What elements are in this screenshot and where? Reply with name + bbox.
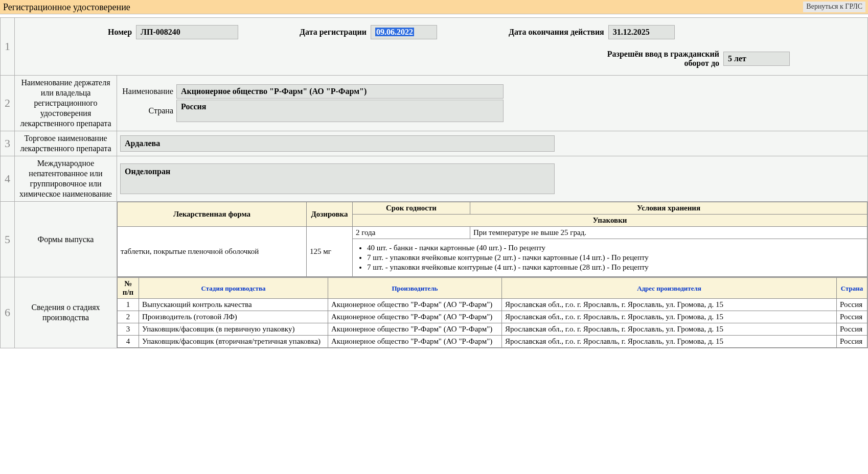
row1-content: Номер ЛП-008240 Дата регистрации 09.06.2… [15, 18, 868, 76]
col-stage[interactable]: Стадия производства [139, 278, 328, 299]
row4-content: Онделопран [117, 156, 868, 202]
shelf-value: 2 года [353, 227, 470, 239]
col-dose: Дозировка [307, 202, 353, 227]
row4-section-label: Международное непатентованное или группи… [15, 156, 117, 202]
col-num: № п/п [118, 278, 139, 299]
page-title: Регистрационное удостоверение [3, 1, 130, 13]
col-form: Лекарственная форма [118, 202, 307, 227]
stage-country: Россия [837, 336, 867, 348]
sort-producer-link[interactable]: Производитель [392, 285, 438, 292]
holder-country-value: Россия [176, 100, 504, 122]
stage-address: Ярославская обл., г.о. г. Ярославль, г. … [502, 311, 837, 323]
stage-name: Упаковщик/фасовщик (в первичную упаковку… [139, 323, 328, 336]
civil-label: Разрешён ввод в гражданский оборот до [607, 50, 719, 68]
row-number: 4 [1, 156, 15, 202]
sort-country-link[interactable]: Страна [841, 285, 863, 292]
col-address[interactable]: Адрес производителя [502, 278, 837, 299]
stage-num: 1 [118, 299, 139, 311]
civil-value: 5 лет [723, 52, 790, 66]
form-value: таблетки, покрытые пленочной оболочкой [118, 227, 307, 277]
sort-stage-link[interactable]: Стадия производства [201, 285, 266, 292]
package-item: 7 шт. - упаковки ячейковые контурные (2 … [367, 253, 864, 262]
stage-name: Выпускающий контроль качества [139, 299, 328, 311]
stage-name: Производитель (готовой ЛФ) [139, 311, 328, 323]
stage-producer: Акционерное общество "Р-Фарм" (АО "Р-Фар… [328, 299, 502, 311]
stage-country: Россия [837, 323, 867, 336]
expiry-label: Дата окончания действия [509, 28, 604, 37]
stage-address: Ярославская обл., г.о. г. Ярославль, г. … [502, 323, 837, 336]
package-item: 40 шт. - банки - пачки картонные (40 шт.… [367, 244, 864, 252]
sort-address-link[interactable]: Адрес производителя [637, 285, 701, 292]
number-value: ЛП-008240 [136, 25, 238, 39]
holder-name-label: Наименование [120, 87, 176, 96]
row5-section-label: Формы выпуска [15, 202, 117, 277]
trade-name-value: Ардалева [120, 135, 555, 152]
reg-date-value: 09.06.2022 [371, 25, 437, 39]
reg-date-label: Дата регистрации [300, 28, 367, 37]
col-packaging: Упаковки [353, 215, 867, 227]
row-number: 5 [1, 202, 15, 277]
packages-cell: 40 шт. - банки - пачки картонные (40 шт.… [353, 239, 867, 277]
row-number: 1 [1, 18, 15, 76]
col-shelf: Срок годности [353, 202, 470, 215]
holder-country-label: Страна [120, 106, 176, 115]
holder-name-value: Акционерное общество "Р-Фарм" (АО "Р-Фар… [176, 84, 504, 99]
storage-value: При температуре не выше 25 град. [470, 227, 867, 239]
table-row: 3Упаковщик/фасовщик (в первичную упаковк… [118, 323, 867, 336]
number-label: Номер [108, 28, 132, 37]
stage-producer: Акционерное общество "Р-Фарм" (АО "Р-Фар… [328, 336, 502, 348]
stage-num: 2 [118, 311, 139, 323]
main-content: 1 Номер ЛП-008240 Дата регистрации 09.06… [0, 14, 868, 348]
row-number: 6 [1, 277, 15, 348]
row-number: 3 [1, 131, 15, 156]
stage-producer: Акционерное общество "Р-Фарм" (АО "Р-Фар… [328, 311, 502, 323]
package-item: 7 шт. - упаковки ячейковые контурные (4 … [367, 263, 864, 272]
stage-address: Ярославская обл., г.о. г. Ярославль, г. … [502, 336, 837, 348]
header-bar: Регистрационное удостоверение Вернуться … [0, 0, 868, 14]
stage-num: 4 [118, 336, 139, 348]
row6-content: № п/п Стадия производства Производитель … [117, 277, 868, 348]
row2-section-label: Наименование держателя или владельца рег… [15, 76, 117, 131]
table-row: 4Упаковщик/фасовщик (вторичная/третичная… [118, 336, 867, 348]
col-producer[interactable]: Производитель [328, 278, 502, 299]
stage-producer: Акционерное общество "Р-Фарм" (АО "Р-Фар… [328, 323, 502, 336]
row5-content: Лекарственная форма Дозировка Срок годно… [117, 202, 868, 277]
stage-num: 3 [118, 323, 139, 336]
stage-address: Ярославская обл., г.о. г. Ярославль, г. … [502, 299, 837, 311]
row2-content: Наименование Акционерное общество "Р-Фар… [117, 76, 868, 131]
return-button-label: Вернуться к ГРЛС [806, 3, 862, 10]
row-number: 2 [1, 76, 15, 131]
row6-section-label: Сведения о стадиях производства [15, 277, 117, 348]
row3-section-label: Торговое наименование лекарственного пре… [15, 131, 117, 156]
stage-country: Россия [837, 299, 867, 311]
table-row: 2Производитель (готовой ЛФ)Акционерное о… [118, 311, 867, 323]
inn-value: Онделопран [120, 163, 555, 194]
row3-content: Ардалева [117, 131, 868, 156]
stage-name: Упаковщик/фасовщик (вторичная/третичная … [139, 336, 328, 348]
expiry-value: 31.12.2025 [608, 25, 675, 39]
forms-table: Лекарственная форма Дозировка Срок годно… [117, 202, 867, 277]
col-storage: Условия хранения [470, 202, 867, 215]
return-button[interactable]: Вернуться к ГРЛС [803, 1, 866, 13]
packages-list: 40 шт. - банки - пачки картонные (40 шт.… [367, 244, 864, 272]
col-country[interactable]: Страна [837, 278, 867, 299]
table-row: 1Выпускающий контроль качестваАкционерно… [118, 299, 867, 311]
stage-country: Россия [837, 311, 867, 323]
production-stages-table: № п/п Стадия производства Производитель … [117, 277, 867, 348]
registration-table: 1 Номер ЛП-008240 Дата регистрации 09.06… [0, 17, 868, 348]
dose-value: 125 мг [307, 227, 353, 277]
